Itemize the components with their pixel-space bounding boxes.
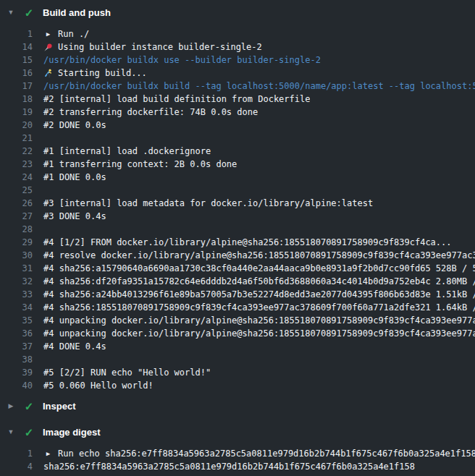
log-line: 23#1 transferring context: 2B 0.0s done (0, 158, 475, 171)
log-line-text: #2 [internal] load build definition from… (33, 93, 310, 106)
log-line: 37#4 DONE 0.4s (0, 340, 475, 353)
log-line: 20#2 DONE 0.0s (0, 119, 475, 132)
log-line: 14Using builder instance builder-single-… (0, 41, 475, 54)
log-line: 25 (0, 184, 475, 197)
log-line-number[interactable]: 25 (0, 184, 33, 197)
play-icon[interactable]: ▶ (43, 27, 53, 41)
log-line-number[interactable]: 35 (0, 314, 33, 327)
success-check-icon: ✓ (23, 401, 35, 412)
log-line-text: #3 DONE 0.4s (33, 210, 106, 223)
log-line-number[interactable]: 21 (0, 132, 33, 145)
log-line-number[interactable]: 29 (0, 236, 33, 249)
log-line-text: #4 resolve docker.io/library/alpine@sha2… (33, 249, 475, 262)
log-line: 1▶Run ./ (0, 27, 475, 41)
log-line-text: sha256:e7ff8834a5963a2785c5a0811e979d16b… (33, 460, 415, 473)
log-line-text: #4 sha256:a24bb4013296f61e89ba57005a7b3e… (33, 288, 475, 301)
log-line-text: #2 transferring dockerfile: 74B 0.0s don… (33, 106, 258, 119)
log-line-number[interactable]: 38 (0, 353, 33, 366)
log-line-text: #4 DONE 0.4s (33, 340, 106, 353)
log-line-text: #4 sha256:185518070891758909c9f839cf4ca3… (33, 301, 475, 314)
play-icon[interactable]: ▶ (43, 447, 53, 460)
log-line-text: /usr/bin/docker buildx build --tag local… (33, 80, 475, 93)
log-line-number[interactable]: 26 (0, 197, 33, 210)
log-line-number[interactable]: 34 (0, 301, 33, 314)
chevron-down-icon[interactable]: ▼ (7, 9, 15, 16)
section-build-and-push: ▼✓Build and push1▶Run ./14Using builder … (0, 0, 475, 392)
log-line-number[interactable]: 36 (0, 327, 33, 340)
log-line-number[interactable]: 14 (0, 41, 33, 54)
log-line-number[interactable]: 39 (0, 366, 33, 379)
log-line-number[interactable]: 32 (0, 275, 33, 288)
log-line: 4sha256:e7ff8834a5963a2785c5a0811e979d16… (0, 460, 475, 473)
log-line: 26#3 [internal] load metadata for docker… (0, 197, 475, 210)
log-line-number[interactable]: 33 (0, 288, 33, 301)
log-line-number[interactable]: 19 (0, 106, 33, 119)
section-title: Image digest (43, 427, 100, 438)
log-line-text: #4 [1/2] FROM docker.io/library/alpine@s… (33, 236, 452, 249)
log-line-number[interactable]: 31 (0, 262, 33, 275)
success-check-icon: ✓ (23, 427, 35, 438)
log-line-text: /usr/bin/docker buildx use --builder bui… (33, 54, 321, 67)
log-line-number[interactable]: 22 (0, 145, 33, 158)
log-line: 21 (0, 132, 475, 145)
log-line-text (33, 353, 43, 366)
log-line: 32#4 sha256:df20fa9351a15782c64e6dddb2d4… (0, 275, 475, 288)
log-line-text: #3 [internal] load metadata for docker.i… (33, 197, 373, 210)
section-title: Inspect (43, 401, 76, 412)
chevron-right-icon[interactable]: ▶ (7, 403, 15, 409)
log-line-text: Using builder instance builder-single-2 (58, 41, 262, 54)
log-line-text: #1 [internal] load .dockerignore (33, 145, 211, 158)
success-check-icon: ✓ (23, 7, 35, 18)
chevron-down-icon[interactable]: ▼ (7, 429, 15, 435)
log-line: 35#4 unpacking docker.io/library/alpine@… (0, 314, 475, 327)
log-line-text: #4 unpacking docker.io/library/alpine@sh… (33, 327, 475, 340)
log-line-number[interactable]: 27 (0, 210, 33, 223)
log-line-number[interactable]: 18 (0, 93, 33, 106)
log-line: 33#4 sha256:a24bb4013296f61e89ba57005a7b… (0, 288, 475, 301)
log-line-number[interactable]: 4 (0, 460, 33, 473)
section-header-build-and-push[interactable]: ▼✓Build and push (0, 0, 475, 25)
log-line: 24#1 DONE 0.0s (0, 171, 475, 184)
log-line: 1▶Run echo sha256:e7ff8834a5963a2785c5a0… (0, 447, 475, 460)
runner-icon (43, 67, 53, 80)
log-line-number[interactable]: 1 (0, 27, 33, 41)
log-line: 36#4 unpacking docker.io/library/alpine@… (0, 327, 475, 340)
log-line-number[interactable]: 17 (0, 80, 33, 93)
log-line: 16Starting build... (0, 67, 475, 80)
log-line-text (33, 132, 43, 145)
log-line: 30#4 resolve docker.io/library/alpine@sh… (0, 249, 475, 262)
log-block-build-and-push: 1▶Run ./14Using builder instance builder… (0, 25, 475, 392)
log-line-text: #2 DONE 0.0s (33, 119, 106, 132)
log-line-number[interactable]: 28 (0, 223, 33, 236)
log-line-text: #1 DONE 0.0s (33, 171, 106, 184)
log-line: 27#3 DONE 0.4s (0, 210, 475, 223)
section-title: Build and push (43, 7, 111, 18)
log-line-number[interactable]: 30 (0, 249, 33, 262)
log-line-text: #5 0.060 Hello world! (33, 379, 154, 392)
log-line-number[interactable]: 20 (0, 119, 33, 132)
log-line: 18#2 [internal] load build definition fr… (0, 93, 475, 106)
log-line: 38 (0, 353, 475, 366)
section-header-image-digest[interactable]: ▼✓Image digest (0, 420, 475, 444)
log-line-number[interactable]: 15 (0, 54, 33, 67)
log-line: 19#2 transferring dockerfile: 74B 0.0s d… (0, 106, 475, 119)
log-line: 22#1 [internal] load .dockerignore (0, 145, 475, 158)
log-line-number[interactable]: 16 (0, 67, 33, 80)
log-line: 28 (0, 223, 475, 236)
log-line-text: #1 transferring context: 2B 0.0s done (33, 158, 237, 171)
workflow-log-viewer: ▼✓Build and push1▶Run ./14Using builder … (0, 0, 475, 476)
log-line: 29#4 [1/2] FROM docker.io/library/alpine… (0, 236, 475, 249)
log-line-number[interactable]: 1 (0, 447, 33, 460)
section-header-inspect[interactable]: ▶✓Inspect (0, 394, 475, 418)
log-line: 40#5 0.060 Hello world! (0, 379, 475, 392)
log-line-text: Run echo sha256:e7ff8834a5963a2785c5a081… (58, 447, 475, 460)
log-line-text (33, 223, 43, 236)
log-line: 39#5 [2/2] RUN echo "Hello world!" (0, 366, 475, 379)
section-inspect: ▶✓Inspect (0, 394, 475, 418)
log-line: 17/usr/bin/docker buildx build --tag loc… (0, 80, 475, 93)
log-line-number[interactable]: 24 (0, 171, 33, 184)
log-line-number[interactable]: 40 (0, 379, 33, 392)
log-line-text: #4 unpacking docker.io/library/alpine@sh… (33, 314, 475, 327)
log-line-number[interactable]: 23 (0, 158, 33, 171)
log-line-number[interactable]: 37 (0, 340, 33, 353)
